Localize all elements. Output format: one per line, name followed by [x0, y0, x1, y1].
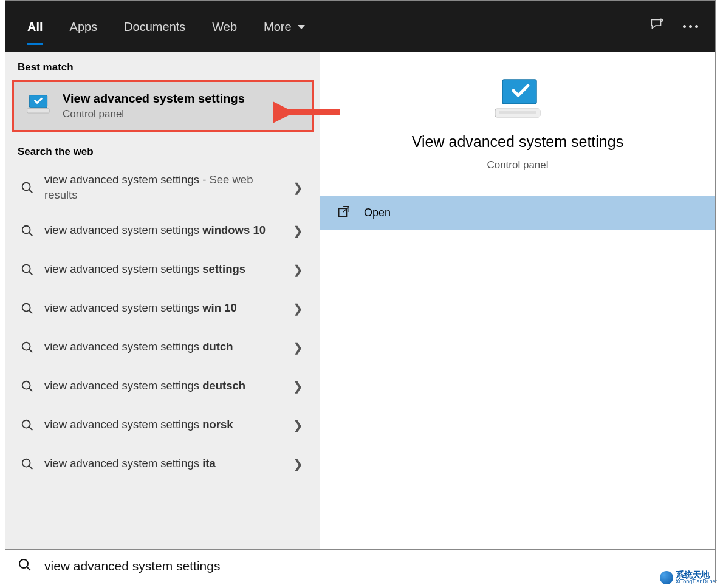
- chevron-right-icon[interactable]: ❯: [287, 337, 309, 358]
- svg-rect-19: [502, 80, 536, 104]
- svg-point-17: [22, 459, 30, 467]
- search-icon: [20, 418, 35, 432]
- chevron-right-icon[interactable]: ❯: [287, 220, 309, 242]
- chevron-down-icon: [298, 25, 305, 29]
- chevron-right-icon[interactable]: ❯: [287, 298, 309, 320]
- watermark-cn: 系统天地: [676, 570, 717, 579]
- best-match-label: Best match: [5, 52, 320, 80]
- chevron-right-icon[interactable]: ❯: [287, 375, 309, 397]
- preview-title: View advanced system settings: [412, 133, 623, 151]
- web-result-text: view advanced system settings norsk: [44, 417, 277, 432]
- svg-point-7: [22, 265, 30, 273]
- tab-more-label: More: [264, 20, 292, 34]
- svg-line-14: [29, 388, 33, 392]
- svg-line-10: [29, 310, 33, 314]
- svg-line-25: [27, 567, 30, 570]
- web-result-text: view advanced system settings - See web …: [44, 173, 277, 203]
- svg-point-11: [22, 343, 30, 350]
- web-result-text: view advanced system settings dutch: [44, 340, 277, 355]
- best-match-title: View advanced system settings: [63, 92, 245, 106]
- web-result-text: view advanced system settings deutsch: [44, 378, 277, 394]
- search-web-label: Search the web: [5, 136, 320, 164]
- header-bar: All Apps Documents Web More: [5, 1, 715, 52]
- open-action-label: Open: [364, 207, 391, 219]
- svg-line-8: [29, 272, 33, 275]
- svg-point-3: [22, 183, 30, 191]
- search-icon: [20, 180, 35, 195]
- search-window: All Apps Documents Web More Best match: [5, 0, 716, 583]
- web-result-text: view advanced system settings windows 10: [44, 223, 277, 238]
- web-result-item[interactable]: view advanced system settings ita❯: [5, 445, 320, 484]
- svg-line-12: [29, 349, 33, 353]
- svg-point-24: [19, 559, 28, 568]
- results-pane: Best match View advanced system settings…: [5, 52, 320, 549]
- web-result-item[interactable]: view advanced system settings windows 10…: [5, 211, 320, 250]
- svg-line-6: [29, 233, 33, 236]
- search-icon: [20, 262, 35, 277]
- chevron-right-icon[interactable]: ❯: [287, 453, 309, 475]
- web-result-item[interactable]: view advanced system settings deutsch❯: [5, 367, 320, 406]
- chevron-right-icon[interactable]: ❯: [287, 414, 309, 436]
- web-result-item[interactable]: view advanced system settings dutch❯: [5, 328, 320, 367]
- best-match-item[interactable]: View advanced system settings Control pa…: [12, 80, 314, 132]
- preview-system-icon: [490, 76, 545, 125]
- web-result-item[interactable]: view advanced system settings norsk❯: [5, 406, 320, 445]
- watermark: 系统天地 XiTongTianDi.net: [660, 570, 717, 584]
- tab-documents[interactable]: Documents: [113, 8, 196, 45]
- feedback-icon[interactable]: [649, 17, 665, 35]
- web-result-text: view advanced system settings ita: [44, 456, 277, 471]
- tab-more[interactable]: More: [253, 8, 316, 45]
- search-icon: [20, 301, 35, 316]
- tab-web[interactable]: Web: [201, 8, 248, 45]
- svg-line-4: [29, 190, 33, 193]
- svg-line-16: [29, 427, 33, 431]
- search-icon: [20, 340, 35, 355]
- open-external-icon: [337, 205, 351, 221]
- content-area: Best match View advanced system settings…: [5, 52, 715, 549]
- preview-header: View advanced system settings Control pa…: [320, 52, 715, 190]
- svg-point-9: [22, 304, 30, 312]
- preview-subtitle: Control panel: [487, 159, 548, 171]
- tab-all[interactable]: All: [16, 8, 54, 45]
- search-icon: [18, 558, 32, 575]
- watermark-globe-icon: [660, 571, 673, 584]
- svg-line-18: [29, 466, 33, 470]
- preview-pane: View advanced system settings Control pa…: [320, 52, 715, 549]
- tab-apps[interactable]: Apps: [59, 8, 109, 45]
- filter-tabs: All Apps Documents Web More: [16, 1, 316, 52]
- open-action[interactable]: Open: [320, 196, 715, 230]
- svg-point-15: [22, 420, 30, 428]
- chevron-right-icon[interactable]: ❯: [287, 177, 309, 199]
- search-icon: [20, 457, 35, 471]
- search-input[interactable]: [44, 559, 703, 573]
- best-match-subtitle: Control panel: [63, 108, 245, 120]
- search-icon: [20, 379, 35, 394]
- svg-rect-2: [27, 108, 50, 112]
- best-match-system-icon: [25, 93, 52, 120]
- svg-point-13: [22, 381, 30, 389]
- web-result-item[interactable]: view advanced system settings settings❯: [5, 250, 320, 289]
- chevron-right-icon[interactable]: ❯: [287, 259, 309, 281]
- web-result-text: view advanced system settings settings: [44, 262, 277, 277]
- svg-point-5: [22, 226, 30, 234]
- web-result-item[interactable]: view advanced system settings win 10❯: [5, 289, 320, 328]
- header-actions: [649, 17, 704, 35]
- more-options-icon[interactable]: [683, 25, 698, 28]
- best-match-text: View advanced system settings Control pa…: [63, 92, 245, 120]
- watermark-en: XiTongTianDi.net: [676, 579, 717, 584]
- search-icon: [20, 224, 35, 238]
- web-result-text: view advanced system settings win 10: [44, 301, 277, 316]
- search-bar: [5, 549, 715, 583]
- web-result-item[interactable]: view advanced system settings - See web …: [5, 164, 320, 211]
